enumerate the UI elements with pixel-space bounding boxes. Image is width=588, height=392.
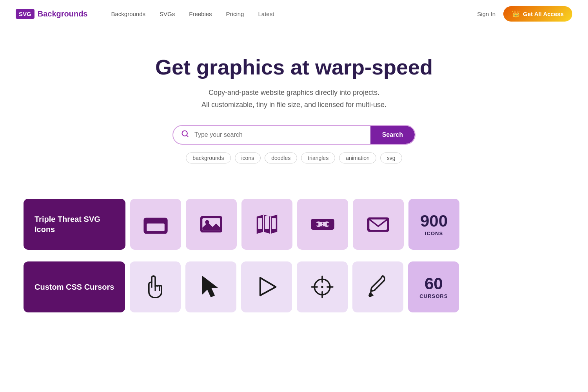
- tag-svg[interactable]: svg: [380, 152, 402, 163]
- cursors-collection-label[interactable]: Custom CSS Cursors: [24, 261, 125, 312]
- search-bar: Search: [172, 125, 416, 145]
- map-icon-card[interactable]: [241, 199, 292, 250]
- tag-doodles[interactable]: doodles: [265, 152, 297, 163]
- hero-section: Get graphics at warp-speed Copy-and-past…: [0, 28, 588, 199]
- folder-icon-card[interactable]: [130, 199, 181, 250]
- sign-in-link[interactable]: Sign In: [477, 11, 495, 17]
- svg-rect-3: [147, 223, 165, 231]
- search-container: Search: [16, 125, 572, 145]
- hand-cursor-icon-card[interactable]: [130, 261, 181, 312]
- navbar: SVG Backgrounds Backgrounds SVGs Freebie…: [0, 0, 588, 28]
- logo-link[interactable]: SVG Backgrounds: [16, 9, 88, 19]
- svg-rect-10: [265, 216, 269, 229]
- triangle-cursor-icon-card[interactable]: [241, 261, 292, 312]
- crown-icon: 👑: [512, 10, 520, 18]
- search-tags: backgrounds icons doodles triangles anim…: [16, 152, 572, 163]
- svg-rect-15: [311, 223, 318, 225]
- image-icon-card[interactable]: [186, 199, 237, 250]
- cursors-collection-row: Custom CSS Cursors: [24, 261, 564, 312]
- logo-text: Backgrounds: [38, 9, 88, 18]
- eyedropper-cursor-icon-card[interactable]: [352, 261, 403, 312]
- nav-backgrounds[interactable]: Backgrounds: [111, 11, 146, 17]
- nav-pricing[interactable]: Pricing: [226, 11, 244, 17]
- svg-point-29: [321, 286, 323, 288]
- icons-collection-label[interactable]: Triple Threat SVG Icons: [24, 199, 125, 250]
- ticket-icon-card[interactable]: [297, 199, 348, 250]
- tag-triangles[interactable]: triangles: [301, 152, 335, 163]
- search-icon: [173, 130, 194, 140]
- hero-headline: Get graphics at warp-speed: [16, 56, 572, 79]
- crosshair-cursor-icon-card[interactable]: [297, 261, 348, 312]
- hero-subtext: Copy-and-paste website graphics directly…: [16, 87, 572, 111]
- search-button[interactable]: Search: [370, 126, 415, 144]
- arrow-cursor-icon-card[interactable]: [185, 261, 236, 312]
- tag-backgrounds[interactable]: backgrounds: [186, 152, 230, 163]
- get-all-access-button[interactable]: 👑 Get All Access: [503, 6, 572, 22]
- svg-rect-16: [327, 223, 334, 225]
- icons-collection-row: Triple Threat SVG Icons: [24, 199, 564, 250]
- cursors-count-card: 60 CURSORS: [408, 261, 459, 312]
- search-input[interactable]: [194, 126, 370, 144]
- nav-right: Sign In 👑 Get All Access: [477, 6, 572, 22]
- nav-links: Backgrounds SVGs Freebies Pricing Latest: [111, 11, 477, 18]
- tag-animation[interactable]: animation: [339, 152, 376, 163]
- svg-line-1: [187, 135, 188, 137]
- nav-svgs[interactable]: SVGs: [160, 11, 175, 17]
- icons-count-card: 900 ICONS: [408, 199, 459, 250]
- collections-section: Triple Threat SVG Icons: [0, 199, 588, 336]
- logo-badge: SVG: [16, 9, 34, 19]
- nav-latest[interactable]: Latest: [258, 11, 274, 17]
- svg-rect-11: [272, 218, 276, 229]
- envelope-icon-card[interactable]: [353, 199, 404, 250]
- svg-rect-9: [258, 218, 262, 229]
- tag-icons[interactable]: icons: [235, 152, 261, 163]
- nav-freebies[interactable]: Freebies: [189, 11, 212, 17]
